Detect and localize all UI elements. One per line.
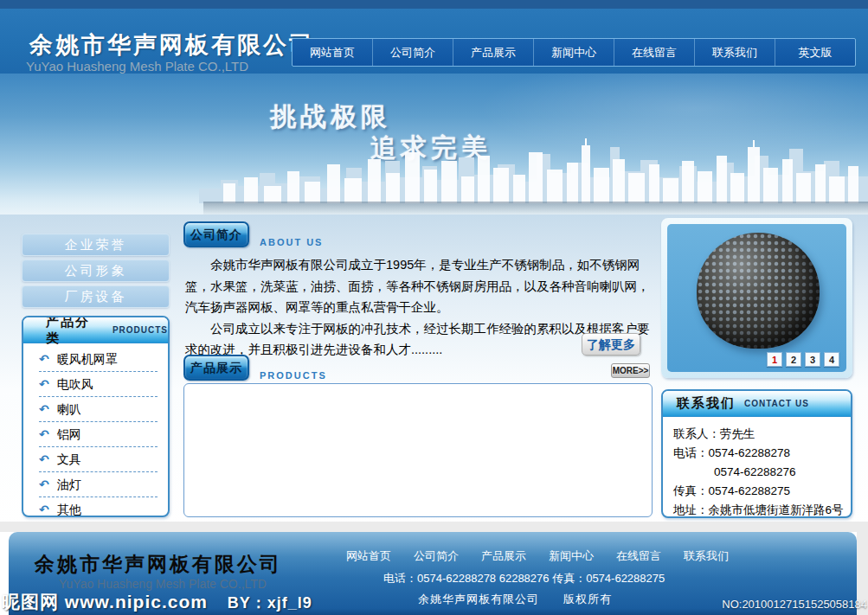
sidebar-item-company-image[interactable]: 公司形象 <box>22 259 170 282</box>
contact-title-en: CONTACT US <box>744 399 809 408</box>
skyline-reflection <box>203 202 868 215</box>
product-display-box <box>183 383 653 517</box>
nav-item-contact[interactable]: 联系我们 <box>695 39 775 66</box>
category-list: ↶暖风机网罩 ↶电吹风 ↶喇叭 ↶铝网 ↶文具 ↶油灯 ↶其他 <box>23 343 168 517</box>
gallery-page-4[interactable]: 4 <box>824 352 839 367</box>
product-category-title-en: PRODUCTS <box>113 325 168 335</box>
sidebar-item-honors[interactable]: 企业荣誉 <box>22 234 170 256</box>
category-item-oil-lamp[interactable]: ↶油灯 <box>39 472 158 497</box>
nav-item-guestbook[interactable]: 在线留言 <box>614 39 695 66</box>
category-item-speaker[interactable]: ↶喇叭 <box>39 397 158 422</box>
learn-more-button[interactable]: 了解更多 <box>582 333 640 356</box>
footer-link-guestbook[interactable]: 在线留言 <box>616 548 661 564</box>
curved-arrow-icon: ↶ <box>39 477 49 491</box>
footer-copyright: 余姚华声网板有限公司 版权所有 <box>418 592 612 607</box>
contact-header: 联系我们 CONTACT US <box>663 391 851 417</box>
gallery-pagination: 1 2 3 4 <box>767 352 839 367</box>
footer-phone-line: 电话：0574-62288278 62288276 传真：0574-622882… <box>383 571 665 586</box>
top-strip <box>0 0 868 9</box>
nipic-site-label: 昵图网 www.nipic.com <box>2 592 208 612</box>
contact-fax: 传真：0574-62288275 <box>673 482 845 501</box>
mesh-dome-product-image <box>697 233 820 349</box>
nav-item-english[interactable]: 英文版 <box>775 39 855 66</box>
banner-slogan-1: 挑战极限 <box>270 99 391 135</box>
banner: 挑战极限 追求完美 <box>0 74 868 215</box>
gallery-page-3[interactable]: 3 <box>805 352 820 367</box>
footer-nav: 网站首页 公司简介 产品展示 新闻中心 在线留言 联系我们 <box>346 548 729 564</box>
about-section-tab[interactable]: 公司简介 <box>183 221 249 247</box>
header: 余姚市华声网板有限公司 YuYao Huasheng Mesh Plate CO… <box>0 9 868 74</box>
product-category-panel: 产品分类 PRODUCTS ↶暖风机网罩 ↶电吹风 ↶喇叭 ↶铝网 ↶文具 ↶油… <box>22 316 170 517</box>
curved-arrow-icon: ↶ <box>39 452 49 466</box>
nipic-author-label: BY：xjf_l9 <box>228 594 312 612</box>
contact-phone-1: 电话：0574-62288278 <box>673 444 845 463</box>
nav-item-news[interactable]: 新闻中心 <box>534 39 614 66</box>
products-more-button[interactable]: MORE>> <box>611 363 650 378</box>
nav-item-products[interactable]: 产品展示 <box>453 39 534 66</box>
category-item-aluminum-mesh[interactable]: ↶铝网 <box>39 422 158 447</box>
contact-panel: 联系我们 CONTACT US 联系人：劳先生 电话：0574-62288278… <box>661 389 852 518</box>
contact-address: 地址：余姚市低塘街道新洋路6号 <box>673 501 845 518</box>
footer-link-products[interactable]: 产品展示 <box>481 548 526 564</box>
nav-item-about[interactable]: 公司简介 <box>373 39 453 66</box>
city-skyline-graphic <box>0 138 868 203</box>
contact-person: 联系人：劳先生 <box>673 425 845 444</box>
products-section-tab[interactable]: 产品展示 <box>183 355 249 381</box>
footer-link-about[interactable]: 公司简介 <box>414 548 459 564</box>
curved-arrow-icon: ↶ <box>39 503 49 516</box>
company-logo-en: YuYao Huasheng Mesh Plate CO.,LTD <box>26 59 248 74</box>
curved-arrow-icon: ↶ <box>39 352 49 366</box>
footer-link-home[interactable]: 网站首页 <box>346 548 391 564</box>
gallery-page-2[interactable]: 2 <box>786 352 801 367</box>
curved-arrow-icon: ↶ <box>39 377 49 391</box>
nipic-watermark: 昵图网 www.nipic.com BY：xjf_l9 <box>2 590 312 614</box>
company-logo-cn: 余姚市华声网板有限公司 <box>29 29 315 61</box>
category-item-heater-mesh[interactable]: ↶暖风机网罩 <box>39 347 158 372</box>
contact-info: 联系人：劳先生 电话：0574-62288278 0574-62288276 传… <box>663 417 851 518</box>
category-item-other[interactable]: ↶其他 <box>39 497 158 517</box>
gallery-page-1[interactable]: 1 <box>767 352 782 367</box>
about-section-subtitle: ABOUT US <box>260 237 323 247</box>
footer-logo-en: YuYao Huasheng Mesh Plate CO.,LTD <box>59 577 267 591</box>
product-category-header: 产品分类 PRODUCTS <box>23 317 168 343</box>
contact-phone-2: 0574-62288276 <box>673 463 845 482</box>
gallery-image-area: 1 2 3 4 <box>667 224 846 372</box>
product-category-title-cn: 产品分类 <box>46 316 104 347</box>
nav-item-home[interactable]: 网站首页 <box>293 39 373 66</box>
serial-number-watermark: NO:20100127151525058184 <box>722 598 867 611</box>
contact-title-cn: 联系我们 <box>677 395 736 412</box>
page: 余姚市华声网板有限公司 YuYao Huasheng Mesh Plate CO… <box>0 0 868 615</box>
product-gallery-panel: 1 2 3 4 <box>661 218 852 378</box>
footer-link-news[interactable]: 新闻中心 <box>549 548 594 564</box>
footer-link-contact[interactable]: 联系我们 <box>684 548 729 564</box>
curved-arrow-icon: ↶ <box>39 402 49 416</box>
main-nav: 网站首页 公司简介 产品展示 新闻中心 在线留言 联系我们 英文版 <box>292 38 856 67</box>
sidebar-item-factory-equipment[interactable]: 厂房设备 <box>22 285 170 308</box>
main-content: 企业荣誉 公司形象 厂房设备 产品分类 PRODUCTS ↶暖风机网罩 ↶电吹风… <box>0 215 868 532</box>
curved-arrow-icon: ↶ <box>39 427 49 441</box>
category-item-hair-dryer[interactable]: ↶电吹风 <box>39 372 158 397</box>
footer-gap-strip <box>0 522 868 532</box>
products-section-subtitle: PRODUCTS <box>260 370 327 381</box>
about-paragraph-1: 余姚市华声网板有限公司成立于1995年，是专业生产不锈钢制品，如不锈钢网篮，水果… <box>185 254 653 318</box>
category-item-stationery[interactable]: ↶文具 <box>39 447 158 472</box>
footer-logo-cn: 余姚市华声网板有限公司 <box>35 551 282 578</box>
